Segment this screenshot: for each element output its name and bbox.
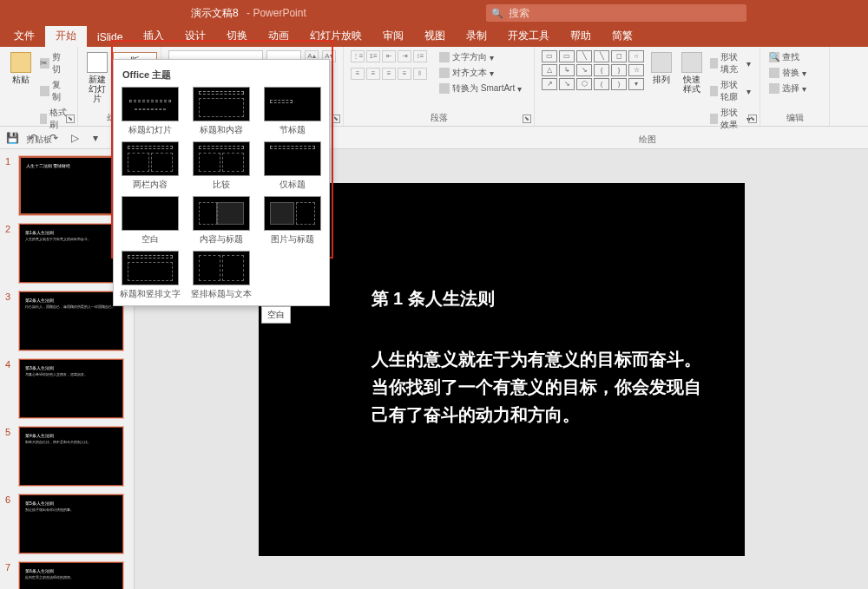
layout-title-content[interactable]: 标题和内容 [190,87,253,136]
paste-button[interactable]: 粘贴 [7,50,35,86]
layout-comparison[interactable]: 比较 [190,141,253,191]
layout-title-only[interactable]: 仅标题 [261,141,324,191]
layout-two-content[interactable]: 两栏内容 [119,141,181,191]
tab-islide[interactable]: iSlide [87,28,133,47]
slide-heading[interactable]: 第 1 条人生法则 [372,287,701,311]
copy-button[interactable]: 复制 [38,78,70,104]
group-label-clipboard: 剪贴板 [7,132,70,146]
copy-icon [40,86,49,96]
qat-more-button[interactable]: ▾ [89,131,102,145]
slide-body[interactable]: 人生的意义就在于为有意义的目标而奋斗。当你找到了一个有意义的目标，你会发现自己有… [372,345,701,429]
smartart-button[interactable]: 转换为 SmartArt ▾ [437,82,523,95]
line-spacing-button[interactable]: ↕≡ [413,50,427,62]
align-center-button[interactable]: ≡ [366,68,380,80]
drawing-launcher-icon[interactable]: ⬊ [748,115,757,123]
arrange-icon [651,52,672,73]
group-label-paragraph: 段落 [351,110,527,124]
layout-dropdown-header: Office 主题 [119,65,324,87]
window-title: 演示文稿8 - PowerPoint [191,6,306,21]
paste-icon [10,52,31,73]
slide-thumbnail-1[interactable]: 人生十二法则 雪球财经 [19,156,123,215]
align-justify-button[interactable]: ≡ [398,68,411,80]
layout-title-slide[interactable]: 标题幻灯片 [119,87,181,136]
align-right-button[interactable]: ≡ [382,68,396,80]
search-box[interactable]: 🔍 搜索 [486,4,746,22]
search-placeholder: 搜索 [509,6,529,21]
thumb-number: 1 [5,156,14,167]
layout-tooltip: 空白 [261,306,291,324]
group-paragraph: ⋮≡ 1≡ ⇤ ⇥ ↕≡ ≡ ≡ ≡ ≡ ⫴ 文字方向 ▾ 对齐文本 ▾ 转换为… [344,47,535,126]
align-text-icon [439,68,450,78]
ribbon-tabs: 文件 开始 iSlide 插入 设计 切换 动画 幻灯片放映 审阅 视图 录制 … [0,26,868,47]
clipboard-launcher-icon[interactable]: ⬊ [66,115,75,123]
tab-slideshow[interactable]: 幻灯片放映 [299,25,372,47]
slide-thumbnail-2[interactable]: 第1条人生法则人生的意义就在于为有意义的目标而奋斗。 [19,224,123,283]
indent-inc-button[interactable]: ⇥ [398,50,411,62]
title-bar: 演示文稿8 - PowerPoint 🔍 搜索 [0,0,868,26]
shapes-gallery[interactable]: ▭▭╲╲◻○ △↳↘{}☆ ↗↘⬡()▾ [542,50,644,90]
group-label-drawing: 绘图 [542,132,753,146]
tab-record[interactable]: 录制 [456,25,497,47]
bullets-button[interactable]: ⋮≡ [351,50,365,62]
layout-vtitle-text[interactable]: 竖排标题与文本 [190,251,253,300]
new-slide-button[interactable]: 新建 幻灯片 [85,50,109,105]
tab-review[interactable]: 审阅 [372,25,414,47]
tab-home[interactable]: 开始 [45,25,87,47]
font-launcher-icon[interactable]: ⬊ [332,115,340,123]
text-direction-button[interactable]: 文字方向 ▾ [437,50,523,64]
slide-thumbnail-6[interactable]: 第5条人生法则别让孩子做出令你讨厌他的事。 [19,494,123,553]
columns-button[interactable]: ⫴ [413,68,427,80]
paragraph-launcher-icon[interactable]: ⬊ [523,115,531,123]
current-slide[interactable]: 第 1 条人生法则 人生的意义就在于为有意义的目标而奋斗。当你找到了一个有意义的… [259,183,745,556]
shape-outline-button[interactable]: 形状轮廓 ▾ [708,78,753,104]
find-icon: 🔍 [769,52,779,62]
fill-icon [710,58,717,69]
cut-icon: ✂ [40,58,49,69]
layout-title-vtext[interactable]: 标题和竖排文字 [119,251,181,300]
replace-button[interactable]: 替换 ▾ [767,66,808,80]
find-button[interactable]: 🔍查找 [767,50,808,64]
replace-icon [769,68,779,78]
numbering-button[interactable]: 1≡ [366,50,380,62]
tab-view[interactable]: 视图 [414,25,456,47]
layout-blank[interactable]: 空白 [119,196,181,245]
tab-help[interactable]: 帮助 [560,25,602,47]
group-label-editing: 编辑 [767,110,822,124]
group-clipboard: 粘贴 ✂剪切 复制 格式刷 剪贴板 ⬊ [0,47,78,126]
slide-thumbnail-7[interactable]: 第6条人生法则批判世界之前先清理你的房间。 [19,562,123,589]
slide-thumbnail-4[interactable]: 第3条人生法则与真心希望你好的人交朋友，远离损友。 [19,359,123,418]
text-direction-icon [439,52,450,62]
tab-developer[interactable]: 开发工具 [497,25,560,47]
arrange-button[interactable]: 排列 [648,50,674,86]
select-button[interactable]: 选择 ▾ [767,82,808,95]
layout-content-caption[interactable]: 内容与标题 [190,196,253,245]
slide-thumbnail-5[interactable]: 第4条人生法则和昨天的自己比，而不是和今天的别人比。 [19,427,123,486]
tab-file[interactable]: 文件 [3,25,45,47]
outline-icon [710,86,717,96]
app-name: - PowerPoint [247,7,306,19]
effects-icon [710,114,717,124]
quick-styles-button[interactable]: 快速样式 [678,50,705,95]
shape-rect-icon[interactable]: ▭ [542,50,557,62]
tab-design[interactable]: 设计 [174,25,216,47]
painter-icon [40,114,48,124]
search-icon: 🔍 [491,8,503,19]
indent-dec-button[interactable]: ⇤ [382,50,396,62]
tab-jianfan[interactable]: 简繁 [602,25,643,47]
shape-effects-button[interactable]: 形状效果 ▾ [708,106,753,132]
quick-styles-icon [681,52,702,73]
align-left-button[interactable]: ≡ [351,68,365,80]
document-name: 演示文稿8 [191,7,239,19]
slide-thumbnail-3[interactable]: 第2条人生法则待己如待人，照顾自己，像照顾你所爱的人一样照顾自己。 [19,291,123,350]
tab-transitions[interactable]: 切换 [216,25,258,47]
layout-dropdown: Office 主题 标题幻灯片 标题和内容 节标题 两栏内容 比较 仅标题 空白… [113,59,330,306]
align-text-button[interactable]: 对齐文本 ▾ [437,66,523,80]
layout-section-header[interactable]: 节标题 [261,87,324,136]
select-icon [769,83,779,94]
layout-picture-caption[interactable]: 图片与标题 [261,196,324,245]
tab-insert[interactable]: 插入 [133,25,174,47]
tab-animations[interactable]: 动画 [258,25,299,47]
group-drawing: ▭▭╲╲◻○ △↳↘{}☆ ↗↘⬡()▾ 排列 快速样式 形状填充 ▾ 形状轮廓… [535,47,760,126]
cut-button[interactable]: ✂剪切 [38,50,70,76]
shape-fill-button[interactable]: 形状填充 ▾ [708,50,753,76]
